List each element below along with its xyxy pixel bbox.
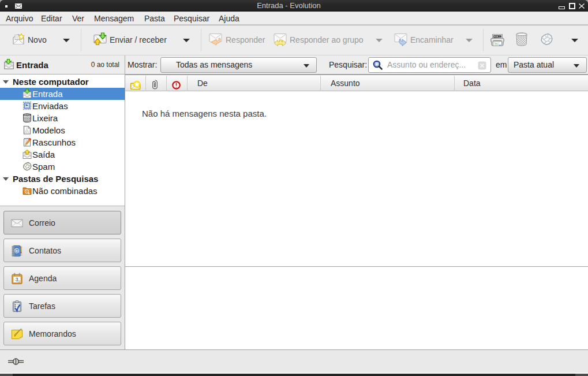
svg-text:@: @ bbox=[14, 248, 19, 254]
svg-text:3: 3 bbox=[16, 277, 18, 282]
